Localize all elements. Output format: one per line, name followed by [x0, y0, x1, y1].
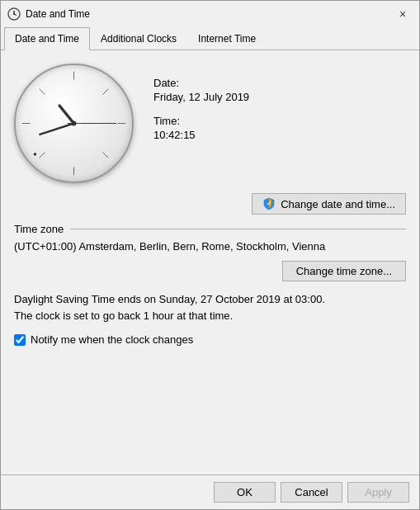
dialog-icon — [7, 7, 21, 21]
date-time-dialog: Date and Time × Date and Time Additional… — [0, 0, 420, 510]
notify-checkbox-row: Notify me when the clock changes — [14, 333, 406, 346]
shield-icon: ✓ — [262, 197, 276, 210]
change-datetime-button[interactable]: ✓ Change date and time... — [252, 193, 406, 215]
svg-line-11 — [103, 153, 109, 158]
apply-button[interactable]: Apply — [347, 482, 409, 503]
svg-line-8 — [40, 89, 45, 95]
notify-checkbox[interactable] — [14, 334, 26, 346]
notify-label: Notify me when the clock changes — [31, 333, 193, 346]
date-label: Date: — [153, 77, 249, 89]
timezone-divider: Time zone — [14, 223, 406, 235]
ok-button[interactable]: OK — [214, 482, 276, 503]
svg-line-13 — [59, 106, 73, 124]
clock-display — [14, 64, 134, 183]
top-section: Date: Friday, 12 July 2019 Time: 10:42:1… — [14, 64, 406, 183]
clock-face — [14, 64, 134, 183]
svg-text:✓: ✓ — [267, 201, 271, 206]
tab-additional-clocks[interactable]: Additional Clocks — [90, 27, 187, 50]
divider-line — [70, 229, 406, 229]
svg-line-10 — [40, 153, 45, 158]
svg-line-14 — [40, 124, 73, 135]
cancel-button[interactable]: Cancel — [281, 482, 342, 503]
main-content: Date: Friday, 12 July 2019 Time: 10:42:1… — [1, 50, 419, 475]
tab-bar: Date and Time Additional Clocks Internet… — [1, 27, 419, 50]
dialog-title: Date and Time — [26, 8, 393, 20]
time-label: Time: — [153, 115, 249, 127]
tab-date-time[interactable]: Date and Time — [4, 27, 90, 50]
change-timezone-button[interactable]: Change time zone... — [282, 261, 406, 281]
timezone-value: (UTC+01:00) Amsterdam, Berlin, Bern, Rom… — [14, 240, 406, 253]
svg-point-16 — [72, 121, 77, 126]
title-bar: Date and Time × — [1, 1, 419, 27]
footer-bar: OK Cancel Apply — [1, 475, 419, 509]
date-value: Friday, 12 July 2019 — [153, 91, 249, 103]
timezone-section-label: Time zone — [14, 223, 64, 235]
svg-line-9 — [103, 89, 109, 95]
time-value: 10:42:15 — [153, 129, 249, 141]
svg-point-3 — [13, 13, 15, 15]
change-timezone-row: Change time zone... — [14, 261, 406, 281]
dst-notice: Daylight Saving Time ends on Sunday, 27 … — [14, 291, 406, 323]
date-time-info: Date: Friday, 12 July 2019 Time: 10:42:1… — [153, 64, 249, 153]
change-datetime-row: ✓ Change date and time... — [14, 193, 406, 215]
dst-text-line1: Daylight Saving Time ends on Sunday, 27 … — [14, 293, 325, 322]
tab-internet-time[interactable]: Internet Time — [187, 27, 267, 50]
change-datetime-label: Change date and time... — [281, 198, 395, 210]
close-button[interactable]: × — [393, 4, 413, 24]
